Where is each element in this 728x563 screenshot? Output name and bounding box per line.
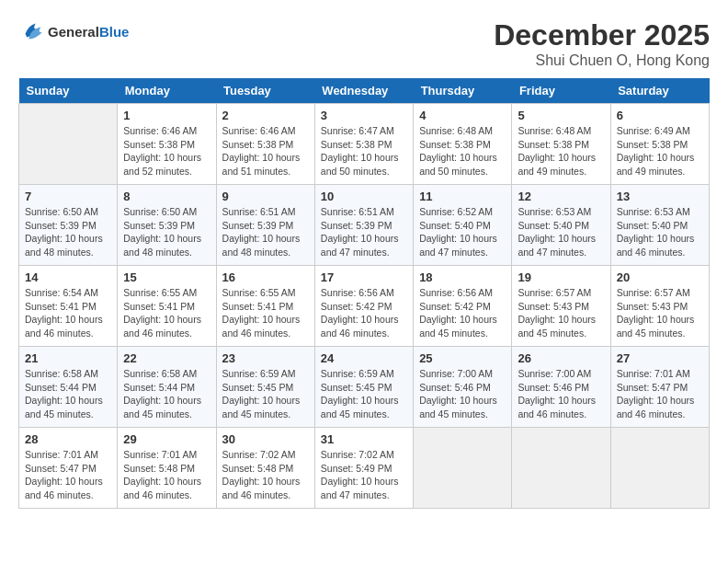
- day-info: Sunrise: 6:52 AM Sunset: 5:40 PM Dayligh…: [419, 205, 506, 259]
- day-info: Sunrise: 6:59 AM Sunset: 5:45 PM Dayligh…: [222, 367, 309, 421]
- day-number: 11: [419, 190, 506, 203]
- day-number: 17: [321, 270, 407, 284]
- day-info: Sunrise: 6:49 AM Sunset: 5:38 PM Dayligh…: [617, 124, 703, 178]
- day-info: Sunrise: 7:01 AM Sunset: 5:47 PM Dayligh…: [25, 448, 111, 502]
- day-info: Sunrise: 6:56 AM Sunset: 5:42 PM Dayligh…: [419, 286, 506, 340]
- calendar-cell: 1Sunrise: 6:46 AM Sunset: 5:38 PM Daylig…: [118, 104, 216, 185]
- day-info: Sunrise: 6:55 AM Sunset: 5:41 PM Dayligh…: [123, 286, 210, 340]
- day-info: Sunrise: 7:01 AM Sunset: 5:47 PM Dayligh…: [617, 367, 703, 421]
- day-number: 8: [123, 190, 210, 203]
- weekday-header-tuesday: Tuesday: [216, 78, 314, 104]
- calendar-cell: 4Sunrise: 6:48 AM Sunset: 5:38 PM Daylig…: [414, 104, 512, 185]
- day-info: Sunrise: 6:50 AM Sunset: 5:39 PM Dayligh…: [123, 205, 210, 259]
- day-number: 2: [222, 109, 309, 122]
- page-header: GeneralBlue December 2025 Shui Chuen O, …: [18, 18, 710, 69]
- calendar-cell: [512, 428, 610, 509]
- day-info: Sunrise: 6:53 AM Sunset: 5:40 PM Dayligh…: [518, 205, 604, 259]
- day-number: 6: [617, 109, 703, 122]
- calendar-cell: 8Sunrise: 6:50 AM Sunset: 5:39 PM Daylig…: [118, 185, 216, 266]
- day-number: 3: [321, 109, 407, 122]
- day-number: 4: [419, 109, 506, 122]
- day-number: 28: [25, 432, 111, 446]
- day-number: 25: [419, 351, 506, 365]
- day-info: Sunrise: 6:59 AM Sunset: 5:45 PM Dayligh…: [321, 367, 407, 421]
- calendar-cell: 13Sunrise: 6:53 AM Sunset: 5:40 PM Dayli…: [610, 185, 709, 266]
- day-info: Sunrise: 6:47 AM Sunset: 5:38 PM Dayligh…: [321, 124, 407, 178]
- calendar-week-row: 7Sunrise: 6:50 AM Sunset: 5:39 PM Daylig…: [19, 185, 710, 266]
- day-number: 10: [321, 190, 407, 203]
- weekday-header-sunday: Sunday: [19, 78, 118, 104]
- calendar-cell: 15Sunrise: 6:55 AM Sunset: 5:41 PM Dayli…: [118, 266, 216, 347]
- day-number: 9: [222, 190, 309, 203]
- day-number: 16: [222, 270, 309, 284]
- day-number: 29: [123, 432, 210, 446]
- calendar-cell: 29Sunrise: 7:01 AM Sunset: 5:48 PM Dayli…: [118, 428, 216, 509]
- day-info: Sunrise: 7:00 AM Sunset: 5:46 PM Dayligh…: [518, 367, 604, 421]
- day-info: Sunrise: 6:54 AM Sunset: 5:41 PM Dayligh…: [25, 286, 111, 340]
- calendar-cell: 31Sunrise: 7:02 AM Sunset: 5:49 PM Dayli…: [314, 428, 413, 509]
- calendar-cell: 6Sunrise: 6:49 AM Sunset: 5:38 PM Daylig…: [610, 104, 709, 185]
- calendar-cell: [610, 428, 709, 509]
- day-info: Sunrise: 6:51 AM Sunset: 5:39 PM Dayligh…: [222, 205, 309, 259]
- day-number: 14: [25, 270, 111, 284]
- day-number: 23: [222, 351, 309, 365]
- calendar-cell: 10Sunrise: 6:51 AM Sunset: 5:39 PM Dayli…: [314, 185, 413, 266]
- day-info: Sunrise: 7:02 AM Sunset: 5:48 PM Dayligh…: [222, 448, 309, 502]
- calendar-cell: 25Sunrise: 7:00 AM Sunset: 5:46 PM Dayli…: [414, 347, 512, 428]
- day-number: 13: [617, 190, 703, 203]
- calendar-week-row: 14Sunrise: 6:54 AM Sunset: 5:41 PM Dayli…: [19, 266, 710, 347]
- day-info: Sunrise: 6:56 AM Sunset: 5:42 PM Dayligh…: [321, 286, 407, 340]
- calendar-cell: 27Sunrise: 7:01 AM Sunset: 5:47 PM Dayli…: [610, 347, 709, 428]
- day-number: 24: [321, 351, 407, 365]
- logo: GeneralBlue: [18, 18, 129, 44]
- calendar-cell: 23Sunrise: 6:59 AM Sunset: 5:45 PM Dayli…: [216, 347, 314, 428]
- calendar-cell: [414, 428, 512, 509]
- day-number: 20: [617, 270, 703, 284]
- day-number: 22: [123, 351, 210, 365]
- calendar-cell: [19, 104, 118, 185]
- day-info: Sunrise: 6:57 AM Sunset: 5:43 PM Dayligh…: [617, 286, 703, 340]
- calendar-cell: 14Sunrise: 6:54 AM Sunset: 5:41 PM Dayli…: [19, 266, 118, 347]
- weekday-header-saturday: Saturday: [610, 78, 709, 104]
- calendar-cell: 16Sunrise: 6:55 AM Sunset: 5:41 PM Dayli…: [216, 266, 314, 347]
- calendar-week-row: 21Sunrise: 6:58 AM Sunset: 5:44 PM Dayli…: [19, 347, 710, 428]
- calendar-cell: 26Sunrise: 7:00 AM Sunset: 5:46 PM Dayli…: [512, 347, 610, 428]
- day-number: 18: [419, 270, 506, 284]
- weekday-header-row: SundayMondayTuesdayWednesdayThursdayFrid…: [19, 78, 710, 104]
- calendar-cell: 17Sunrise: 6:56 AM Sunset: 5:42 PM Dayli…: [314, 266, 413, 347]
- calendar-cell: 22Sunrise: 6:58 AM Sunset: 5:44 PM Dayli…: [118, 347, 216, 428]
- calendar-table: SundayMondayTuesdayWednesdayThursdayFrid…: [18, 78, 710, 509]
- day-info: Sunrise: 6:48 AM Sunset: 5:38 PM Dayligh…: [419, 124, 506, 178]
- day-number: 26: [518, 351, 604, 365]
- weekday-header-friday: Friday: [512, 78, 610, 104]
- weekday-header-wednesday: Wednesday: [314, 78, 413, 104]
- calendar-week-row: 28Sunrise: 7:01 AM Sunset: 5:47 PM Dayli…: [19, 428, 710, 509]
- day-number: 5: [518, 109, 604, 122]
- day-info: Sunrise: 6:58 AM Sunset: 5:44 PM Dayligh…: [25, 367, 111, 421]
- calendar-cell: 28Sunrise: 7:01 AM Sunset: 5:47 PM Dayli…: [19, 428, 118, 509]
- calendar-cell: 11Sunrise: 6:52 AM Sunset: 5:40 PM Dayli…: [414, 185, 512, 266]
- day-number: 15: [123, 270, 210, 284]
- calendar-cell: 19Sunrise: 6:57 AM Sunset: 5:43 PM Dayli…: [512, 266, 610, 347]
- day-number: 12: [518, 190, 604, 203]
- calendar-cell: 24Sunrise: 6:59 AM Sunset: 5:45 PM Dayli…: [314, 347, 413, 428]
- day-number: 31: [321, 432, 407, 446]
- calendar-cell: 2Sunrise: 6:46 AM Sunset: 5:38 PM Daylig…: [216, 104, 314, 185]
- day-info: Sunrise: 6:57 AM Sunset: 5:43 PM Dayligh…: [518, 286, 604, 340]
- calendar-cell: 30Sunrise: 7:02 AM Sunset: 5:48 PM Dayli…: [216, 428, 314, 509]
- day-info: Sunrise: 7:01 AM Sunset: 5:48 PM Dayligh…: [123, 448, 210, 502]
- day-number: 30: [222, 432, 309, 446]
- calendar-cell: 20Sunrise: 6:57 AM Sunset: 5:43 PM Dayli…: [610, 266, 709, 347]
- day-info: Sunrise: 7:02 AM Sunset: 5:49 PM Dayligh…: [321, 448, 407, 502]
- day-info: Sunrise: 6:48 AM Sunset: 5:38 PM Dayligh…: [518, 124, 604, 178]
- calendar-week-row: 1Sunrise: 6:46 AM Sunset: 5:38 PM Daylig…: [19, 104, 710, 185]
- calendar-cell: 12Sunrise: 6:53 AM Sunset: 5:40 PM Dayli…: [512, 185, 610, 266]
- logo-icon: [18, 18, 44, 44]
- day-number: 27: [617, 351, 703, 365]
- calendar-cell: 18Sunrise: 6:56 AM Sunset: 5:42 PM Dayli…: [414, 266, 512, 347]
- day-info: Sunrise: 6:53 AM Sunset: 5:40 PM Dayligh…: [617, 205, 703, 259]
- day-number: 1: [123, 109, 210, 122]
- logo-text: GeneralBlue: [48, 24, 129, 40]
- calendar-cell: 3Sunrise: 6:47 AM Sunset: 5:38 PM Daylig…: [314, 104, 413, 185]
- day-info: Sunrise: 6:50 AM Sunset: 5:39 PM Dayligh…: [25, 205, 111, 259]
